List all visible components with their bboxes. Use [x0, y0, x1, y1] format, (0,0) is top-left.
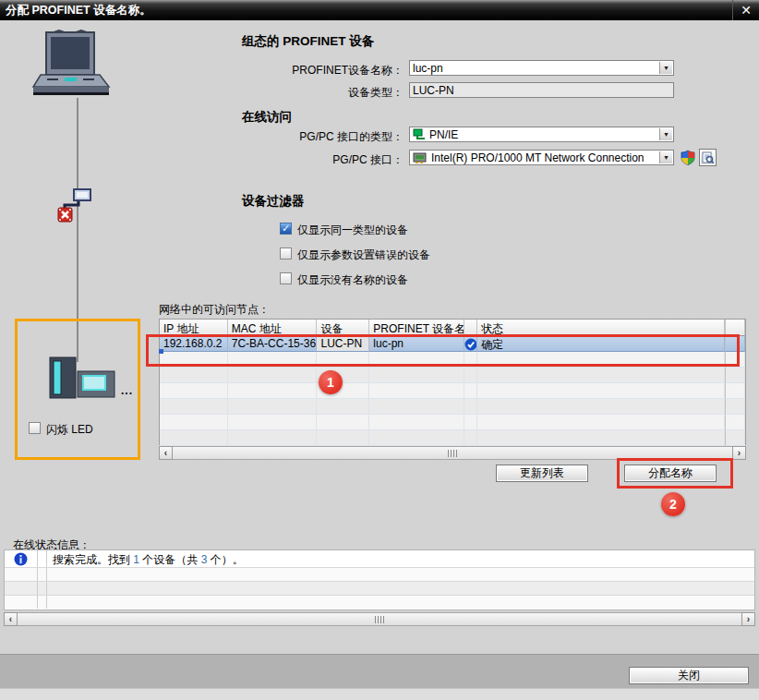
nodes-table-hscrollbar[interactable]: ‹ › [159, 446, 746, 460]
pgpc-interface-value: Intel(R) PRO/1000 MT Network Connection [431, 151, 645, 164]
flash-led-label: 闪烁 LED [46, 422, 93, 438]
cell-name: luc-pn [369, 336, 464, 352]
accessible-devices-shield-icon[interactable] [681, 150, 695, 165]
filter-bad-params-checkbox[interactable] [280, 247, 292, 259]
status-message: 搜索完成。找到 1 个设备（共 3 个）。 [47, 550, 754, 567]
status-empty-row [5, 596, 754, 609]
cell-status: 确定 [477, 336, 725, 352]
device-filter-heading: 设备过滤器 [242, 193, 305, 210]
pgpc-interface-label: PG/PC 接口： [242, 152, 404, 168]
plc-device-icon [47, 355, 121, 403]
cell-device: LUC-PN [317, 336, 369, 352]
nodes-table-label: 网络中的可访问节点： [159, 302, 270, 318]
pgpc-interface-type-label: PG/PC 接口的类型： [242, 129, 404, 145]
table-row-empty[interactable] [160, 368, 745, 383]
close-button[interactable]: 关闭 [629, 667, 749, 684]
scroll-right-icon[interactable]: › [741, 612, 755, 626]
scroll-left-icon[interactable]: ‹ [159, 446, 173, 460]
status-empty-row [5, 568, 754, 582]
cell-spacer [725, 336, 745, 352]
status-message-row[interactable]: 搜索完成。找到 1 个设备（共 3 个）。 [5, 550, 754, 568]
device-type-label: 设备类型： [242, 85, 404, 101]
filter-no-name-label: 仅显示没有名称的设备 [297, 272, 408, 288]
flash-led-checkbox[interactable] [29, 422, 41, 434]
network-adapter-icon [413, 152, 428, 163]
scroll-right-icon[interactable]: › [732, 446, 746, 460]
accessible-nodes-table: IP 地址 MAC 地址 设备 PROFINET 设备名称 状态 192.168… [159, 319, 746, 445]
table-row-empty[interactable] [160, 430, 745, 446]
assign-profinet-name-dialog: 分配 PROFINET 设备名称。 ✕ ... 闪烁 LED [0, 0, 759, 700]
annotation-step2-badge: 2 [661, 492, 685, 516]
pg-pc-laptop-icon [31, 26, 124, 103]
filter-no-name-checkbox[interactable] [280, 272, 292, 284]
online-status-list: 搜索完成。找到 1 个设备（共 3 个）。 [4, 549, 755, 610]
row-selection-marker [159, 349, 163, 354]
table-row-empty[interactable] [160, 383, 745, 399]
scrollbar-track[interactable] [173, 446, 732, 460]
table-row-empty[interactable] [160, 399, 745, 415]
bottom-strip [0, 688, 759, 700]
table-row-empty[interactable] [160, 415, 745, 430]
column-header-mac[interactable]: MAC 地址 [228, 320, 318, 336]
connection-broken-icon [54, 185, 94, 223]
column-header-device[interactable]: 设备 [317, 320, 369, 336]
status-hscrollbar[interactable]: ‹ › [4, 612, 755, 626]
configured-device-heading: 组态的 PROFINET 设备 [242, 33, 374, 50]
profinet-name-combobox[interactable]: luc-pn ▼ [409, 60, 674, 76]
title-bar: 分配 PROFINET 设备名称。 ✕ [0, 0, 759, 20]
info-icon-cell [5, 550, 38, 567]
table-row-empty[interactable] [160, 352, 745, 368]
profinet-name-label: PROFINET设备名称： [242, 63, 404, 78]
profinet-name-value: luc-pn [413, 62, 443, 75]
search-icon [702, 151, 714, 163]
cell-ip: 192.168.0.2 [160, 336, 228, 352]
chevron-down-icon[interactable]: ▼ [659, 151, 672, 163]
pn-ie-network-icon [413, 128, 426, 140]
cell-status-icon [464, 336, 477, 352]
chevron-down-icon[interactable]: ▼ [659, 62, 672, 74]
scroll-left-icon[interactable]: ‹ [4, 612, 18, 626]
status-empty-row [5, 582, 754, 596]
scrollbar-grip[interactable] [448, 450, 458, 457]
assign-name-button[interactable]: 分配名称 [624, 465, 717, 482]
scrollbar-grip[interactable] [375, 616, 385, 623]
table-row-selected[interactable]: 192.168.0.2 7C-BA-CC-15-36-90 LUC-PN luc… [160, 336, 745, 352]
info-icon [14, 552, 28, 566]
target-device-panel: ... 闪烁 LED [15, 319, 140, 460]
more-devices-indicator: ... [121, 384, 133, 397]
pgpc-interface-type-value: PN/IE [429, 128, 458, 141]
column-header-status[interactable]: 状态 [477, 320, 725, 336]
device-type-field: LUC-PN [409, 82, 674, 98]
column-header-name[interactable]: PROFINET 设备名称 [369, 320, 464, 336]
dialog-title: 分配 PROFINET 设备名称。 [0, 3, 732, 18]
cell-mac: 7C-BA-CC-15-36-90 [228, 336, 318, 352]
filter-same-type-checkbox[interactable]: ✓ [280, 223, 292, 235]
pgpc-interface-combobox[interactable]: Intel(R) PRO/1000 MT Network Connection … [409, 150, 674, 165]
filter-same-type-label: 仅显示同一类型的设备 [297, 223, 408, 238]
device-type-value: LUC-PN [413, 84, 454, 97]
online-access-heading: 在线访问 [242, 109, 292, 126]
filter-bad-params-label: 仅显示参数设置错误的设备 [297, 247, 430, 263]
close-icon[interactable]: ✕ [732, 0, 759, 20]
column-header-status-icon[interactable] [464, 320, 477, 336]
start-search-button[interactable] [699, 149, 717, 166]
column-header-ip[interactable]: IP 地址 [160, 320, 228, 336]
scrollbar-track[interactable] [18, 612, 741, 626]
status-ok-icon [464, 338, 477, 351]
chevron-down-icon[interactable]: ▼ [659, 128, 672, 140]
pgpc-interface-type-combobox[interactable]: PN/IE ▼ [409, 127, 674, 142]
update-list-button[interactable]: 更新列表 [496, 465, 588, 482]
column-header-spacer [725, 320, 745, 336]
table-header-row: IP 地址 MAC 地址 设备 PROFINET 设备名称 状态 [160, 320, 745, 336]
